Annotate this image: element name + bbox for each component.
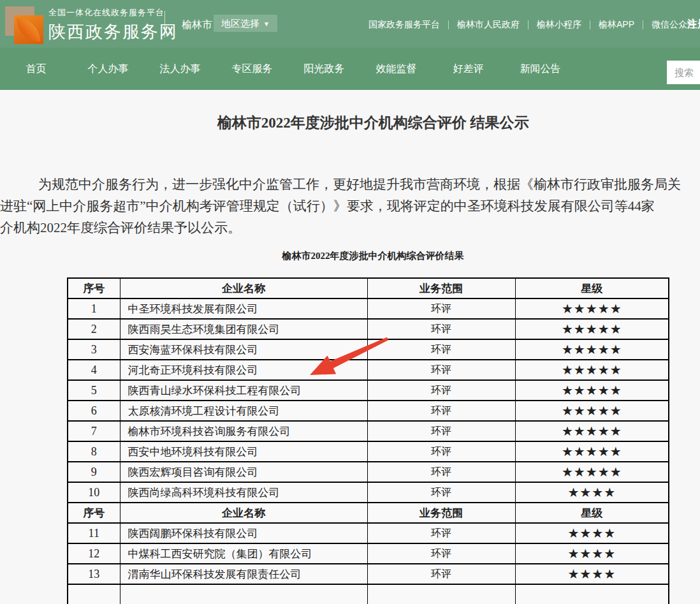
table-row: 10陕西尚绿高科环境科技有限公司环评★★★★ [68, 482, 669, 503]
region-select-button[interactable]: 地区选择▼ [214, 15, 277, 32]
paragraph-line: 进驻“网上中介服务超市”中介机构考评管理规定（试行）》要求，现将评定的中圣环境科… [0, 195, 700, 217]
cell-stars: ★★★★ [515, 543, 669, 564]
nav-item[interactable]: 阳光政务 [288, 63, 360, 76]
table-row: 11陕西阔鹏环保科技有限公司环评★★★★ [68, 523, 669, 543]
cell-no: 10 [68, 482, 120, 503]
cell-scope: 环评 [367, 380, 515, 401]
cell-name: 河北奇正环境科技有限公司 [120, 360, 367, 380]
cell-scope: 环评 [367, 360, 515, 380]
cell-name: 陕西阔鹏环保科技有限公司 [120, 523, 367, 543]
nav-item[interactable]: 好差评 [432, 63, 504, 76]
header-link[interactable]: 榆林APP [599, 19, 634, 31]
page-title: 榆林市2022年度涉批中介机构综合评价 结果公示 [0, 113, 700, 133]
nav-item[interactable]: 效能监督 [360, 63, 432, 76]
brand-block: 全国一体化在线政务服务平台 陕西政务服务网 [48, 7, 178, 43]
column-header: 序号 [68, 503, 120, 523]
table-row: 1中圣环境科技发展有限公司环评★★★★★ [68, 298, 669, 319]
cell-stars: ★★★★★ [515, 421, 669, 441]
nav-item[interactable]: 专区服务 [216, 63, 288, 76]
main-nav-bar: 首页个人办事法人办事专区服务阳光政务效能监督好差评新闻公告 [0, 48, 700, 90]
cell-scope: 环评 [367, 564, 515, 584]
cell-stars: ★★★★★ [515, 441, 669, 462]
table-row: 7榆林市环境科技咨询服务有限公司环评★★★★★ [68, 421, 669, 441]
cell-name: 西安海蓝环保科技有限公司 [120, 339, 367, 360]
logo-orange-square [14, 15, 43, 44]
cell-name: 陕西尚绿高科环境科技有限公司 [120, 482, 367, 503]
cell-no: 9 [68, 462, 120, 482]
table-row: 8西安中地环境科技有限公司环评★★★★★ [68, 441, 669, 462]
cell-empty [68, 584, 120, 604]
nav-item[interactable]: 法人办事 [144, 63, 216, 76]
chevron-down-icon: ▼ [263, 20, 270, 27]
cell-no: 4 [68, 360, 120, 380]
region-select-label: 地区选择 [221, 18, 259, 29]
table-row: 2陕西雨昊生态环境集团有限公司环评★★★★★ [68, 319, 669, 339]
cell-empty [515, 584, 669, 604]
register-link[interactable]: 注册 [687, 18, 700, 31]
platform-tagline: 全国一体化在线政务服务平台 [48, 7, 178, 18]
cell-no: 2 [68, 319, 120, 339]
header-link[interactable]: 国家政务服务平台 [368, 19, 440, 31]
column-header: 星级 [515, 278, 669, 298]
cell-no: 6 [68, 401, 120, 421]
table-row: 5陕西青山绿水环保科技工程有限公司环评★★★★★ [68, 380, 669, 401]
cell-scope: 环评 [367, 441, 515, 462]
cell-stars: ★★★★ [515, 523, 669, 543]
nav-item[interactable]: 新闻公告 [504, 63, 576, 76]
table-row: 4河北奇正环境科技有限公司环评★★★★★ [68, 360, 669, 380]
top-header-bar: 全国一体化在线政务服务平台 陕西政务服务网 榆林市 地区选择▼ 国家政务服务平台… [0, 0, 700, 48]
cell-scope: 环评 [367, 298, 515, 319]
cell-stars: ★★★★★ [515, 401, 669, 421]
current-city-label: 榆林市 [182, 18, 212, 32]
cell-name: 中圣环境科技发展有限公司 [120, 298, 367, 319]
cell-stars: ★★★★ [515, 482, 669, 503]
header-link[interactable]: 榆林市人民政府 [457, 19, 520, 31]
evaluation-table: 序号企业名称业务范围星级1中圣环境科技发展有限公司环评★★★★★2陕西雨昊生态环… [67, 277, 669, 604]
header-links: 国家政务服务平台榆林市人民政府榆林小程序榆林APP微信公众号 [368, 19, 696, 31]
cell-stars: ★★★★ [515, 564, 669, 584]
nav-item[interactable]: 首页 [0, 63, 72, 76]
cell-empty [367, 584, 515, 604]
table-row: 3西安海蓝环保科技有限公司环评★★★★★ [68, 339, 669, 360]
table-row-partial [68, 584, 669, 604]
table-caption: 榆林市2022年度涉批中介机构综合评价结果 [0, 250, 700, 262]
site-logo [5, 5, 43, 45]
header-link[interactable]: 榆林小程序 [537, 19, 581, 31]
table-row: 9陕西宏辉项目咨询有限公司环评★★★★★ [68, 462, 669, 482]
cell-stars: ★★★★★ [515, 380, 669, 401]
cell-no: 13 [68, 564, 120, 584]
cell-name: 陕西宏辉项目咨询有限公司 [120, 462, 367, 482]
table-header-row: 序号企业名称业务范围星级 [68, 278, 669, 298]
divider [164, 11, 165, 38]
search-input[interactable] [667, 61, 700, 84]
divider [590, 20, 590, 29]
cell-empty [120, 584, 367, 604]
cell-no: 11 [68, 523, 120, 543]
cell-scope: 环评 [367, 401, 515, 421]
cell-name: 渭南华山环保科技发展有限责任公司 [120, 564, 367, 584]
cell-name: 中煤科工西安研究院（集团）有限公司 [120, 543, 367, 564]
cell-scope: 环评 [367, 482, 515, 503]
cell-stars: ★★★★★ [515, 298, 669, 319]
notice-paragraph: 为规范中介服务行为，进一步强化中介监管工作，更好地提升我市营商环境，根据《榆林市… [0, 173, 700, 239]
cell-name: 太原核清环境工程设计有限公司 [120, 401, 367, 421]
nav-item[interactable]: 个人办事 [72, 63, 144, 76]
article: 榆林市2022年度涉批中介机构综合评价 结果公示 为规范中介服务行为，进一步强化… [0, 113, 700, 604]
divider [643, 20, 643, 29]
cell-stars: ★★★★★ [515, 360, 669, 380]
table-row: 6太原核清环境工程设计有限公司环评★★★★★ [68, 401, 669, 421]
paragraph-line: 为规范中介服务行为，进一步强化中介监管工作，更好地提升我市营商环境，根据《榆林市… [0, 173, 700, 195]
cell-no: 8 [68, 441, 120, 462]
cell-stars: ★★★★★ [515, 339, 669, 360]
column-header: 星级 [515, 503, 669, 523]
column-header: 企业名称 [120, 278, 367, 298]
cell-name: 榆林市环境科技咨询服务有限公司 [120, 421, 367, 441]
column-header: 业务范围 [367, 278, 515, 298]
paragraph-line: 介机构2022年度综合评价结果予以公示。 [0, 217, 700, 239]
logo-leaf-shape [17, 18, 40, 41]
cell-no: 12 [68, 543, 120, 564]
cell-stars: ★★★★★ [515, 462, 669, 482]
cell-no: 7 [68, 421, 120, 441]
cell-scope: 环评 [367, 543, 515, 564]
divider [528, 20, 529, 29]
